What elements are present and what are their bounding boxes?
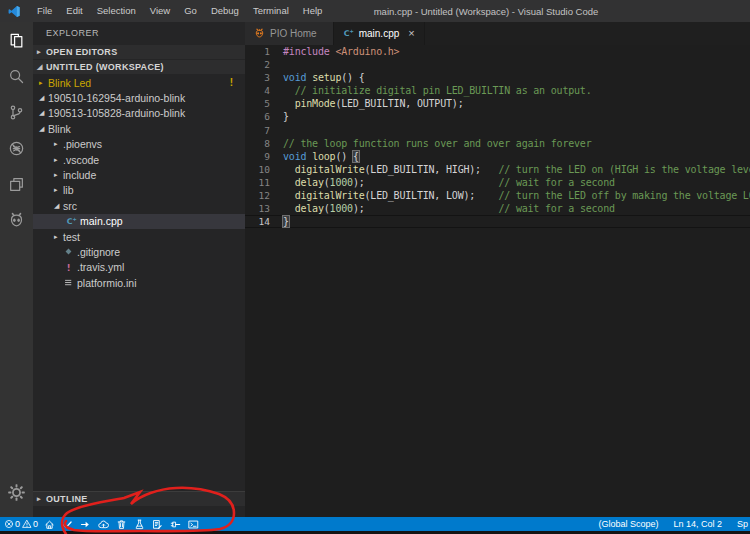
tree-item-blink-led[interactable]: ▸Blink Led!: [33, 75, 245, 90]
vscode-logo: [8, 5, 21, 18]
tree-item-lib[interactable]: ▸lib: [33, 183, 245, 198]
collapsed-chevron-icon: ▸: [54, 171, 63, 179]
line-number: 7: [245, 124, 270, 137]
tree-item-test[interactable]: ▸test: [33, 229, 245, 244]
menu-file[interactable]: File: [30, 0, 59, 22]
status-pio-test[interactable]: [130, 519, 148, 530]
activity-extensions[interactable]: [0, 166, 33, 202]
tab-main-cpp[interactable]: C+main.cpp×: [334, 22, 425, 45]
line-number: 8: [245, 137, 270, 150]
tree-item-blink[interactable]: ◢Blink: [33, 121, 245, 136]
code-line-1: 1#include <Arduino.h>: [245, 45, 750, 58]
text-cursor: [289, 216, 290, 226]
tree-item-pioenvs[interactable]: ▸.pioenvs: [33, 137, 245, 152]
sidebar-title: EXPLORER: [33, 22, 245, 45]
menu-debug[interactable]: Debug: [204, 0, 246, 22]
line-number: 13: [245, 202, 270, 215]
line-number: 2: [245, 58, 270, 71]
collapsed-chevron-icon: ▸: [39, 79, 48, 87]
tab-pio-home[interactable]: PIO Home: [245, 22, 334, 45]
outline-section-header[interactable]: ▸ OUTLINE: [33, 491, 245, 506]
menu-terminal[interactable]: Terminal: [246, 0, 296, 22]
tasks-icon: [152, 519, 163, 530]
arrow-right-icon: [80, 519, 91, 530]
file-tree: ▸Blink Led!◢190510-162954-arduino-blink◢…: [33, 75, 245, 290]
section-label: OPEN EDITORS: [46, 47, 117, 57]
expanded-chevron-icon: ◢: [39, 109, 48, 117]
status-bar-right: (Global Scope)Ln 14, Col 2Sp: [598, 519, 750, 529]
line-number: 6: [245, 110, 270, 123]
collapsed-chevron-icon: ▸: [37, 48, 46, 56]
collapsed-chevron-icon: ▸: [54, 156, 63, 164]
section-label: UNTITLED (WORKSPACE): [46, 62, 164, 72]
activity-explorer[interactable]: [0, 22, 33, 58]
status-pio-run-task[interactable]: [148, 519, 166, 530]
tree-item-gitignore[interactable]: .gitignore: [33, 244, 245, 259]
menu-go[interactable]: Go: [177, 0, 204, 22]
tree-item-vscode[interactable]: ▸.vscode: [33, 152, 245, 167]
plug-icon: [170, 519, 181, 530]
tree-item-190513-105828-arduino-blink[interactable]: ◢190513-105828-arduino-blink: [33, 106, 245, 121]
activity-source-control[interactable]: [0, 94, 33, 130]
status-warnings[interactable]: 0: [22, 519, 38, 529]
code-line-2: 2: [245, 58, 750, 71]
line-number: 1: [245, 45, 270, 58]
section-open-editors[interactable]: ▸OPEN EDITORS: [33, 45, 245, 60]
code-line-5: 5 pinMode(LED_BUILTIN, OUTPUT);: [245, 97, 750, 110]
code-line-8: 8// the loop function runs over and over…: [245, 137, 750, 150]
status-pio-serial-monitor[interactable]: [166, 519, 184, 530]
activity-debug[interactable]: [0, 130, 33, 166]
warning-badge: !: [230, 77, 233, 88]
menu-edit[interactable]: Edit: [59, 0, 89, 22]
tree-item-label: src: [63, 200, 77, 212]
tree-item-label: lib: [63, 184, 74, 196]
tree-item-label: Blink Led: [48, 77, 91, 89]
files-icon: [8, 32, 25, 49]
code-line-12: 12 digitalWrite(LED_BUILTIN, LOW); // tu…: [245, 189, 750, 202]
collapsed-chevron-icon: ▸: [37, 495, 46, 503]
activity-platformio[interactable]: [0, 202, 33, 238]
flask-icon: [134, 519, 145, 530]
tree-item-label: platformio.ini: [77, 277, 137, 289]
status-pio-remote-upload[interactable]: [94, 519, 112, 530]
platformio-icon: [8, 212, 25, 229]
status-errors[interactable]: 0: [4, 519, 20, 529]
collapsed-chevron-icon: ▸: [54, 186, 63, 194]
svg-text:C: C: [343, 29, 349, 38]
menu-help[interactable]: Help: [296, 0, 330, 22]
tree-item-label: .pioenvs: [63, 138, 102, 150]
tree-item-label: test: [63, 231, 80, 243]
status-indentation[interactable]: Sp: [737, 519, 748, 529]
tree-item-platformio-ini[interactable]: platformio.ini: [33, 275, 245, 290]
code-line-7: 7: [245, 124, 750, 137]
tree-item-src[interactable]: ◢src: [33, 198, 245, 213]
outline-label: OUTLINE: [46, 494, 88, 504]
yaml-icon: !: [63, 262, 74, 273]
line-number: 11: [245, 176, 270, 189]
tree-item-main-cpp[interactable]: C+main.cpp: [33, 214, 245, 229]
close-tab-icon[interactable]: ×: [408, 28, 414, 39]
status-symbol-scope[interactable]: (Global Scope): [598, 519, 658, 529]
status-cursor-position[interactable]: Ln 14, Col 2: [673, 519, 722, 529]
menu-view[interactable]: View: [143, 0, 177, 22]
editor-tab-bar: PIO HomeC+main.cpp×: [245, 22, 750, 45]
status-pio-build[interactable]: [58, 519, 76, 530]
menu-selection[interactable]: Selection: [90, 0, 143, 22]
activity-bar: [0, 22, 33, 517]
status-pio-upload[interactable]: [76, 519, 94, 530]
code-editor[interactable]: 1#include <Arduino.h>23void setup() {4 /…: [245, 45, 750, 517]
status-new-terminal[interactable]: [184, 519, 202, 530]
collapsed-chevron-icon: ▸: [54, 233, 63, 241]
section-untitled-workspace[interactable]: ◢UNTITLED (WORKSPACE): [33, 60, 245, 75]
activity-settings[interactable]: [0, 474, 33, 510]
explorer-sidebar: EXPLORER ▸OPEN EDITORS◢UNTITLED (WORKSPA…: [33, 22, 245, 517]
tree-item-include[interactable]: ▸include: [33, 167, 245, 182]
status-bar: 00 (Global Scope)Ln 14, Col 2Sp: [0, 517, 750, 531]
line-number: 9: [245, 150, 270, 163]
tree-item-travis-yml[interactable]: !.travis.yml: [33, 260, 245, 275]
status-pio-home[interactable]: [40, 519, 58, 530]
tree-item-190510-162954-arduino-blink[interactable]: ◢190510-162954-arduino-blink: [33, 90, 245, 105]
activity-search[interactable]: [0, 58, 33, 94]
status-pio-clean[interactable]: [112, 519, 130, 530]
code-line-4: 4 // initialize digital pin LED_BUILTIN …: [245, 84, 750, 97]
